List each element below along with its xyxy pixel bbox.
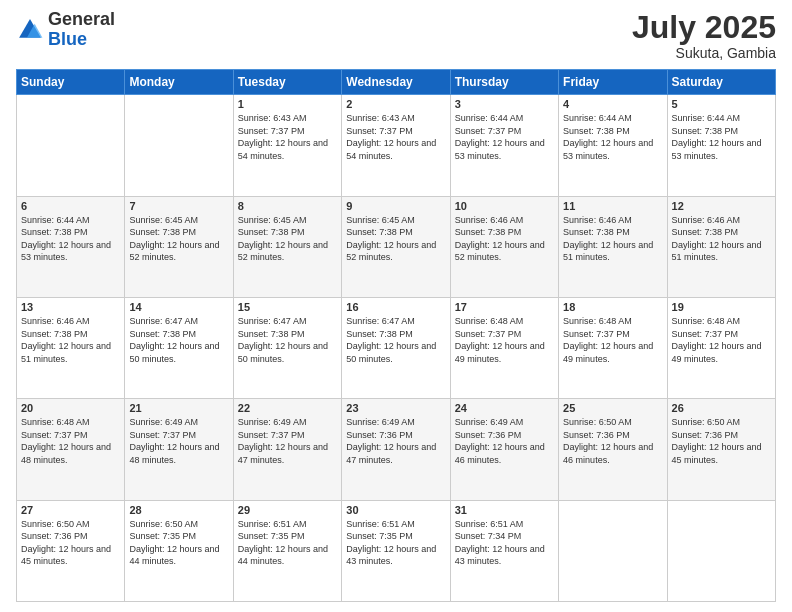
logo: General Blue	[16, 10, 115, 50]
title-block: July 2025 Sukuta, Gambia	[632, 10, 776, 61]
day-number: 17	[455, 301, 554, 313]
day-number: 4	[563, 98, 662, 110]
day-info: Sunrise: 6:46 AMSunset: 7:38 PMDaylight:…	[21, 315, 120, 365]
calendar-cell: 24Sunrise: 6:49 AMSunset: 7:36 PMDayligh…	[450, 399, 558, 500]
day-info: Sunrise: 6:43 AMSunset: 7:37 PMDaylight:…	[238, 112, 337, 162]
day-number: 21	[129, 402, 228, 414]
col-wednesday: Wednesday	[342, 70, 450, 95]
day-number: 23	[346, 402, 445, 414]
day-number: 1	[238, 98, 337, 110]
calendar-cell: 31Sunrise: 6:51 AMSunset: 7:34 PMDayligh…	[450, 500, 558, 601]
calendar-cell: 3Sunrise: 6:44 AMSunset: 7:37 PMDaylight…	[450, 95, 558, 196]
col-monday: Monday	[125, 70, 233, 95]
calendar-cell: 1Sunrise: 6:43 AMSunset: 7:37 PMDaylight…	[233, 95, 341, 196]
day-info: Sunrise: 6:48 AMSunset: 7:37 PMDaylight:…	[672, 315, 771, 365]
calendar-cell: 2Sunrise: 6:43 AMSunset: 7:37 PMDaylight…	[342, 95, 450, 196]
day-info: Sunrise: 6:45 AMSunset: 7:38 PMDaylight:…	[129, 214, 228, 264]
day-info: Sunrise: 6:47 AMSunset: 7:38 PMDaylight:…	[346, 315, 445, 365]
day-info: Sunrise: 6:45 AMSunset: 7:38 PMDaylight:…	[346, 214, 445, 264]
calendar-cell	[17, 95, 125, 196]
calendar-cell: 8Sunrise: 6:45 AMSunset: 7:38 PMDaylight…	[233, 196, 341, 297]
col-thursday: Thursday	[450, 70, 558, 95]
day-number: 18	[563, 301, 662, 313]
day-number: 16	[346, 301, 445, 313]
day-info: Sunrise: 6:51 AMSunset: 7:35 PMDaylight:…	[238, 518, 337, 568]
calendar-cell: 13Sunrise: 6:46 AMSunset: 7:38 PMDayligh…	[17, 297, 125, 398]
col-sunday: Sunday	[17, 70, 125, 95]
calendar-cell: 17Sunrise: 6:48 AMSunset: 7:37 PMDayligh…	[450, 297, 558, 398]
day-number: 9	[346, 200, 445, 212]
day-number: 29	[238, 504, 337, 516]
day-info: Sunrise: 6:44 AMSunset: 7:38 PMDaylight:…	[21, 214, 120, 264]
calendar-cell: 16Sunrise: 6:47 AMSunset: 7:38 PMDayligh…	[342, 297, 450, 398]
calendar-cell: 22Sunrise: 6:49 AMSunset: 7:37 PMDayligh…	[233, 399, 341, 500]
calendar-cell	[667, 500, 775, 601]
calendar-week-4: 20Sunrise: 6:48 AMSunset: 7:37 PMDayligh…	[17, 399, 776, 500]
day-info: Sunrise: 6:50 AMSunset: 7:36 PMDaylight:…	[563, 416, 662, 466]
calendar-header-row: Sunday Monday Tuesday Wednesday Thursday…	[17, 70, 776, 95]
calendar-cell: 10Sunrise: 6:46 AMSunset: 7:38 PMDayligh…	[450, 196, 558, 297]
day-number: 11	[563, 200, 662, 212]
day-number: 6	[21, 200, 120, 212]
calendar-cell: 14Sunrise: 6:47 AMSunset: 7:38 PMDayligh…	[125, 297, 233, 398]
day-info: Sunrise: 6:43 AMSunset: 7:37 PMDaylight:…	[346, 112, 445, 162]
col-tuesday: Tuesday	[233, 70, 341, 95]
calendar-cell: 19Sunrise: 6:48 AMSunset: 7:37 PMDayligh…	[667, 297, 775, 398]
day-info: Sunrise: 6:50 AMSunset: 7:36 PMDaylight:…	[672, 416, 771, 466]
calendar-week-5: 27Sunrise: 6:50 AMSunset: 7:36 PMDayligh…	[17, 500, 776, 601]
calendar-week-2: 6Sunrise: 6:44 AMSunset: 7:38 PMDaylight…	[17, 196, 776, 297]
day-number: 26	[672, 402, 771, 414]
day-info: Sunrise: 6:45 AMSunset: 7:38 PMDaylight:…	[238, 214, 337, 264]
day-number: 27	[21, 504, 120, 516]
calendar-week-1: 1Sunrise: 6:43 AMSunset: 7:37 PMDaylight…	[17, 95, 776, 196]
calendar-cell: 29Sunrise: 6:51 AMSunset: 7:35 PMDayligh…	[233, 500, 341, 601]
calendar-cell: 28Sunrise: 6:50 AMSunset: 7:35 PMDayligh…	[125, 500, 233, 601]
day-number: 28	[129, 504, 228, 516]
day-number: 5	[672, 98, 771, 110]
day-number: 12	[672, 200, 771, 212]
calendar-cell: 11Sunrise: 6:46 AMSunset: 7:38 PMDayligh…	[559, 196, 667, 297]
day-number: 13	[21, 301, 120, 313]
title-month: July 2025	[632, 10, 776, 45]
day-info: Sunrise: 6:49 AMSunset: 7:36 PMDaylight:…	[346, 416, 445, 466]
day-number: 8	[238, 200, 337, 212]
day-number: 24	[455, 402, 554, 414]
header: General Blue July 2025 Sukuta, Gambia	[16, 10, 776, 61]
day-info: Sunrise: 6:48 AMSunset: 7:37 PMDaylight:…	[455, 315, 554, 365]
logo-blue: Blue	[48, 29, 87, 49]
day-info: Sunrise: 6:44 AMSunset: 7:37 PMDaylight:…	[455, 112, 554, 162]
day-info: Sunrise: 6:50 AMSunset: 7:36 PMDaylight:…	[21, 518, 120, 568]
day-number: 2	[346, 98, 445, 110]
calendar-cell	[125, 95, 233, 196]
calendar-cell: 4Sunrise: 6:44 AMSunset: 7:38 PMDaylight…	[559, 95, 667, 196]
col-saturday: Saturday	[667, 70, 775, 95]
calendar-cell: 26Sunrise: 6:50 AMSunset: 7:36 PMDayligh…	[667, 399, 775, 500]
day-info: Sunrise: 6:44 AMSunset: 7:38 PMDaylight:…	[672, 112, 771, 162]
calendar-cell: 7Sunrise: 6:45 AMSunset: 7:38 PMDaylight…	[125, 196, 233, 297]
day-number: 20	[21, 402, 120, 414]
day-number: 25	[563, 402, 662, 414]
day-number: 10	[455, 200, 554, 212]
calendar-cell: 20Sunrise: 6:48 AMSunset: 7:37 PMDayligh…	[17, 399, 125, 500]
day-info: Sunrise: 6:46 AMSunset: 7:38 PMDaylight:…	[455, 214, 554, 264]
day-info: Sunrise: 6:50 AMSunset: 7:35 PMDaylight:…	[129, 518, 228, 568]
day-number: 15	[238, 301, 337, 313]
calendar-cell: 27Sunrise: 6:50 AMSunset: 7:36 PMDayligh…	[17, 500, 125, 601]
day-info: Sunrise: 6:46 AMSunset: 7:38 PMDaylight:…	[672, 214, 771, 264]
day-number: 3	[455, 98, 554, 110]
day-info: Sunrise: 6:49 AMSunset: 7:37 PMDaylight:…	[238, 416, 337, 466]
col-friday: Friday	[559, 70, 667, 95]
day-info: Sunrise: 6:51 AMSunset: 7:34 PMDaylight:…	[455, 518, 554, 568]
title-location: Sukuta, Gambia	[632, 45, 776, 61]
day-info: Sunrise: 6:49 AMSunset: 7:37 PMDaylight:…	[129, 416, 228, 466]
calendar-cell: 25Sunrise: 6:50 AMSunset: 7:36 PMDayligh…	[559, 399, 667, 500]
calendar-cell: 5Sunrise: 6:44 AMSunset: 7:38 PMDaylight…	[667, 95, 775, 196]
logo-general: General	[48, 9, 115, 29]
calendar-cell: 21Sunrise: 6:49 AMSunset: 7:37 PMDayligh…	[125, 399, 233, 500]
day-info: Sunrise: 6:48 AMSunset: 7:37 PMDaylight:…	[21, 416, 120, 466]
day-info: Sunrise: 6:47 AMSunset: 7:38 PMDaylight:…	[129, 315, 228, 365]
day-number: 30	[346, 504, 445, 516]
calendar-cell: 12Sunrise: 6:46 AMSunset: 7:38 PMDayligh…	[667, 196, 775, 297]
day-number: 22	[238, 402, 337, 414]
calendar-cell: 15Sunrise: 6:47 AMSunset: 7:38 PMDayligh…	[233, 297, 341, 398]
